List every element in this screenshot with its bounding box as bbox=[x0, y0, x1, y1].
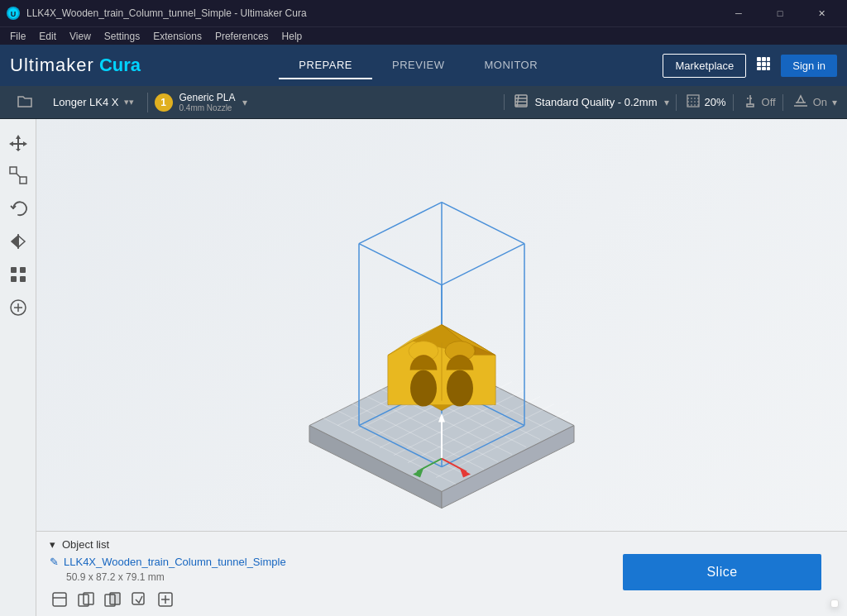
menu-edit[interactable]: Edit bbox=[32, 29, 63, 44]
svg-point-78 bbox=[447, 370, 473, 406]
svg-rect-32 bbox=[11, 267, 17, 273]
obj-tool-3[interactable] bbox=[103, 590, 122, 609]
maximize-button[interactable]: □ bbox=[761, 0, 799, 26]
header: Ultimaker Cura PREPARE PREVIEW MONITOR M… bbox=[0, 45, 847, 86]
close-button[interactable]: ✕ bbox=[802, 0, 840, 26]
menu-settings[interactable]: Settings bbox=[98, 29, 146, 44]
svg-rect-10 bbox=[767, 67, 770, 70]
printer-selector[interactable]: Longer LK4 X ▾ bbox=[46, 93, 141, 112]
svg-line-28 bbox=[17, 174, 20, 177]
nozzle-section: 1 Generic PLA 0.4mm Nozzle bbox=[155, 92, 498, 112]
object-list-header[interactable]: ▾ Object list bbox=[50, 538, 834, 551]
svg-rect-6 bbox=[762, 62, 766, 66]
signin-button[interactable]: Sign in bbox=[781, 55, 837, 77]
scene-svg bbox=[227, 144, 657, 574]
quality-dropdown-arrow[interactable] bbox=[664, 97, 669, 108]
printer-dropdown-arrow: ▾ bbox=[124, 97, 134, 107]
marketplace-button[interactable]: Marketplace bbox=[663, 54, 746, 78]
svg-rect-3 bbox=[762, 57, 766, 61]
svg-rect-93 bbox=[110, 593, 120, 604]
svg-rect-16 bbox=[687, 95, 699, 107]
nozzle-badge: 1 bbox=[155, 93, 173, 112]
menu-file[interactable]: File bbox=[3, 29, 32, 44]
svg-rect-33 bbox=[20, 267, 26, 273]
edit-icon: ✎ bbox=[50, 556, 59, 568]
nozzle-text: Generic PLA 0.4mm Nozzle bbox=[179, 92, 236, 112]
svg-rect-34 bbox=[11, 276, 17, 282]
arrange-tool[interactable] bbox=[5, 261, 31, 288]
logo-cura: Cura bbox=[99, 55, 141, 76]
quality-label: Standard Quality - 0.2mm bbox=[534, 96, 657, 108]
svg-marker-30 bbox=[12, 236, 18, 247]
support-section: Off bbox=[733, 94, 776, 111]
svg-text:U: U bbox=[11, 10, 17, 18]
svg-marker-25 bbox=[9, 135, 27, 151]
printer-name: Longer LK4 X bbox=[53, 96, 119, 108]
svg-marker-31 bbox=[18, 236, 25, 247]
svg-rect-26 bbox=[10, 167, 17, 174]
menu-help[interactable]: Help bbox=[275, 29, 309, 44]
object-tools bbox=[50, 590, 834, 609]
left-toolbar bbox=[0, 119, 36, 616]
titlebar: U LLK4X_Wooden_train_Column_tunnel_Simpl… bbox=[0, 0, 847, 26]
obj-tool-1[interactable] bbox=[50, 590, 69, 609]
adhesion-section: On bbox=[782, 94, 837, 111]
open-folder-button[interactable] bbox=[10, 90, 40, 115]
collapse-icon: ▾ bbox=[50, 538, 55, 551]
slice-button[interactable]: Slice bbox=[623, 554, 821, 590]
svg-line-64 bbox=[442, 202, 524, 243]
scale-tool[interactable] bbox=[5, 162, 31, 189]
svg-rect-27 bbox=[20, 177, 26, 184]
adhesion-icon bbox=[793, 94, 808, 111]
minimize-button[interactable]: ─ bbox=[720, 0, 758, 26]
slice-panel: Slice bbox=[830, 599, 839, 608]
app-icon: U bbox=[7, 7, 20, 20]
grid-icon[interactable] bbox=[753, 53, 774, 79]
mirror-tool[interactable] bbox=[5, 228, 31, 255]
obj-tool-4[interactable] bbox=[129, 590, 149, 609]
infill-percentage: 20% bbox=[705, 96, 726, 108]
move-tool[interactable] bbox=[5, 129, 31, 155]
tab-monitor[interactable]: MONITOR bbox=[464, 52, 557, 79]
3d-model bbox=[388, 324, 495, 410]
support-icon bbox=[744, 94, 757, 111]
object-list-label: Object list bbox=[62, 538, 109, 551]
support-tool[interactable] bbox=[5, 294, 31, 321]
menubar: File Edit View Settings Extensions Prefe… bbox=[0, 26, 847, 45]
svg-rect-9 bbox=[762, 67, 766, 70]
obj-tool-2[interactable] bbox=[76, 590, 96, 609]
infill-icon bbox=[687, 94, 700, 111]
svg-rect-88 bbox=[53, 593, 66, 606]
material-dropdown-arrow[interactable] bbox=[242, 97, 247, 108]
svg-rect-35 bbox=[20, 276, 26, 282]
svg-point-77 bbox=[410, 370, 437, 406]
svg-rect-7 bbox=[767, 62, 770, 66]
obj-tool-5[interactable] bbox=[156, 590, 175, 609]
infill-section: 20% bbox=[676, 94, 726, 111]
viewport[interactable]: ▾ Object list ✎ LLK4X_Wooden_train_Colum… bbox=[36, 119, 847, 616]
quality-section: Standard Quality - 0.2mm bbox=[504, 94, 668, 110]
toolbar2: Longer LK4 X ▾ 1 Generic PLA 0.4mm Nozzl… bbox=[0, 86, 847, 119]
separator-1 bbox=[147, 93, 148, 112]
window-title: LLK4X_Wooden_train_Column_tunnel_Simple … bbox=[26, 7, 307, 19]
logo-ultimaker: Ultimaker bbox=[10, 55, 94, 76]
object-filename: LLK4X_Wooden_train_Column_tunnel_Simple bbox=[64, 556, 286, 568]
svg-rect-8 bbox=[757, 67, 761, 70]
menu-preferences[interactable]: Preferences bbox=[208, 29, 275, 44]
support-label: Off bbox=[762, 96, 776, 108]
logo: Ultimaker Cura bbox=[10, 55, 141, 76]
main-area: ▾ Object list ✎ LLK4X_Wooden_train_Colum… bbox=[0, 119, 847, 616]
quality-icon bbox=[514, 94, 528, 110]
menu-view[interactable]: View bbox=[63, 29, 98, 44]
tab-preview[interactable]: PREVIEW bbox=[372, 52, 464, 79]
svg-line-63 bbox=[359, 202, 442, 243]
settings-dropdown-arrow[interactable] bbox=[832, 97, 837, 108]
svg-line-66 bbox=[359, 243, 442, 284]
undo-tool[interactable] bbox=[5, 195, 31, 222]
menu-extensions[interactable]: Extensions bbox=[146, 29, 208, 44]
svg-rect-2 bbox=[757, 57, 761, 61]
nav-tabs: PREPARE PREVIEW MONITOR bbox=[174, 52, 663, 79]
svg-rect-5 bbox=[757, 62, 761, 66]
tab-prepare[interactable]: PREPARE bbox=[279, 52, 372, 79]
adhesion-label: On bbox=[813, 96, 827, 108]
